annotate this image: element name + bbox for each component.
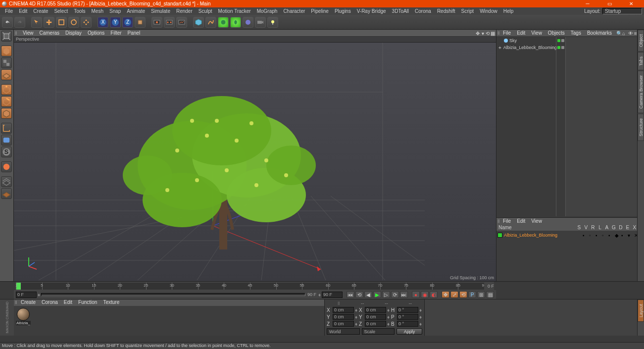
spinner-icon[interactable]: ♦ bbox=[355, 321, 358, 327]
attr-col-d[interactable]: D bbox=[617, 225, 624, 230]
menu-motion-tracker[interactable]: Motion Tracker bbox=[215, 8, 254, 14]
texture-mode-button[interactable] bbox=[1, 57, 12, 68]
vp-menu-filter[interactable]: Filter bbox=[107, 30, 124, 36]
spinner-icon[interactable]: ♦ bbox=[387, 314, 390, 320]
coord-rot-b-input[interactable]: 0 ° bbox=[397, 321, 418, 327]
key-scale-button[interactable]: ⤢ bbox=[450, 291, 458, 298]
spinner-icon[interactable]: ♦ bbox=[387, 307, 390, 313]
menu-character[interactable]: Character bbox=[280, 8, 308, 14]
materials-body[interactable]: Albizia_ bbox=[14, 306, 324, 336]
menu-tools[interactable]: Tools bbox=[71, 8, 88, 14]
vp-nav-move-icon[interactable]: ✥ bbox=[475, 31, 480, 36]
record-button[interactable]: ● bbox=[412, 291, 420, 298]
menu-vray-bridge[interactable]: V-Ray Bridge bbox=[354, 8, 389, 14]
lock-icon[interactable]: ▪ bbox=[608, 233, 613, 238]
primitive-button[interactable] bbox=[193, 17, 204, 28]
menu-simulate[interactable]: Simulate bbox=[148, 8, 173, 14]
attr-col-g[interactable]: G bbox=[610, 225, 617, 230]
viewport-grip-icon[interactable]: ⦀ bbox=[15, 30, 20, 36]
attr-col-name[interactable]: Name bbox=[498, 225, 576, 230]
tree-row-albizia[interactable]: + Albizia_Lebbeck_Blooming bbox=[497, 44, 556, 51]
spinner-icon[interactable]: ♦ bbox=[355, 307, 358, 313]
visibility-dot-icon[interactable] bbox=[557, 39, 560, 42]
z-axis-button[interactable]: Z bbox=[122, 17, 133, 28]
goto-end-button[interactable]: ⏭ bbox=[400, 291, 408, 298]
obj-menu-view[interactable]: View bbox=[529, 30, 545, 36]
mat-menu-create[interactable]: Create bbox=[18, 299, 39, 306]
snap-button[interactable]: S bbox=[1, 147, 12, 157]
keyframe-sel-button[interactable]: ◐ bbox=[430, 291, 438, 298]
render-settings-button[interactable] bbox=[164, 17, 175, 28]
viewport-solo-button[interactable] bbox=[1, 135, 12, 146]
objects-grip-icon[interactable]: ⦀ bbox=[497, 30, 499, 36]
edge-mode-button[interactable] bbox=[1, 96, 12, 107]
last-tool-button[interactable] bbox=[81, 17, 92, 28]
view-icon[interactable]: ▫ bbox=[589, 233, 594, 238]
x-axis-button[interactable]: X bbox=[98, 17, 108, 28]
coord-size-z-input[interactable]: 0 cm bbox=[365, 321, 386, 327]
vtab-object[interactable]: Object bbox=[638, 30, 644, 51]
menu-3dtoall[interactable]: 3DToAll bbox=[389, 8, 412, 14]
minimize-button[interactable]: ─ bbox=[577, 0, 598, 7]
menu-render[interactable]: Render bbox=[173, 8, 196, 14]
timeline-ruler[interactable]: 051015202530354045505560657075808590 bbox=[16, 283, 484, 290]
attr-menu-file[interactable]: File bbox=[500, 218, 513, 224]
coord-apply-button[interactable]: Apply bbox=[396, 328, 422, 335]
render-dot-icon[interactable] bbox=[561, 46, 564, 49]
menu-plugins[interactable]: Plugins bbox=[332, 8, 354, 14]
obj-menu-edit[interactable]: Edit bbox=[514, 30, 528, 36]
menu-snap[interactable]: Snap bbox=[106, 8, 124, 14]
model-mode-button[interactable] bbox=[1, 46, 12, 56]
redo-button[interactable] bbox=[14, 17, 25, 28]
frame-start-input[interactable] bbox=[16, 292, 37, 298]
vp-menu-view[interactable]: View bbox=[20, 30, 37, 36]
vp-nav-toggle-icon[interactable]: ▦ bbox=[490, 31, 495, 36]
undo-button[interactable] bbox=[2, 17, 13, 28]
menu-pipeline[interactable]: Pipeline bbox=[308, 8, 332, 14]
workplane-button[interactable] bbox=[1, 161, 12, 172]
mat-menu-edit[interactable]: Edit bbox=[61, 299, 75, 306]
tree-expand-icon[interactable]: + bbox=[498, 45, 501, 50]
menu-help[interactable]: Help bbox=[500, 8, 517, 14]
render-icon[interactable]: ▪ bbox=[595, 233, 600, 238]
goto-start-button[interactable]: ⏮ bbox=[347, 291, 354, 298]
prev-key-button[interactable]: ⟲ bbox=[355, 291, 363, 298]
environment-button[interactable] bbox=[243, 17, 253, 28]
menu-animate[interactable]: Animate bbox=[124, 8, 148, 14]
tree-row-sky[interactable]: Sky bbox=[497, 37, 556, 44]
visibility-dot-icon[interactable] bbox=[557, 46, 560, 49]
layer-color-icon[interactable] bbox=[497, 233, 502, 238]
menu-window[interactable]: Window bbox=[477, 8, 500, 14]
maximize-button[interactable]: ▭ bbox=[598, 0, 620, 7]
viewport[interactable]: Grid Spacing : 100 cm bbox=[14, 43, 496, 281]
attr-col-r[interactable]: R bbox=[590, 225, 596, 230]
locked-workplane-button[interactable] bbox=[1, 176, 12, 187]
anim-icon[interactable]: ◆ bbox=[615, 233, 620, 238]
manager-icon[interactable]: ▫ bbox=[602, 233, 607, 238]
gen-icon[interactable]: ▪ bbox=[621, 233, 626, 238]
coord-pos-z-input[interactable]: 0 cm bbox=[333, 321, 354, 327]
vp-menu-display[interactable]: Display bbox=[62, 30, 85, 36]
render-dot-icon[interactable] bbox=[561, 39, 564, 42]
object-tree[interactable]: Sky + Albizia_Lebbeck_Blooming bbox=[496, 36, 640, 217]
vtab-layout[interactable]: Layout bbox=[638, 299, 644, 322]
spinner-icon[interactable]: ♦ bbox=[387, 321, 390, 327]
key-opts-button[interactable]: ▤ bbox=[486, 291, 494, 298]
vp-nav-rotate-icon[interactable]: ⟲ bbox=[485, 31, 490, 36]
spinner-icon[interactable]: ♦ bbox=[419, 314, 422, 320]
mat-grip-icon[interactable]: ⦀ bbox=[14, 299, 18, 306]
mat-menu-texture[interactable]: Texture bbox=[100, 299, 122, 306]
obj-eye-icon[interactable]: 👁 bbox=[628, 31, 633, 36]
vtab-tabs[interactable]: Tabs bbox=[638, 52, 644, 70]
key-rot-button[interactable]: ⟲ bbox=[459, 291, 467, 298]
deformer-button[interactable] bbox=[230, 17, 241, 28]
coord-scale-select[interactable]: Scale bbox=[362, 328, 395, 335]
material-thumb[interactable]: Albizia_ bbox=[16, 308, 31, 325]
axis-button[interactable] bbox=[1, 123, 12, 134]
workplane-mode-button[interactable] bbox=[1, 69, 12, 80]
attr-menu-view[interactable]: View bbox=[529, 218, 545, 224]
vtab-structure[interactable]: Structure bbox=[638, 114, 644, 141]
mat-menu-corona[interactable]: Corona bbox=[39, 299, 61, 306]
attr-col-a[interactable]: A bbox=[603, 225, 610, 230]
rotate-button[interactable] bbox=[68, 17, 79, 28]
